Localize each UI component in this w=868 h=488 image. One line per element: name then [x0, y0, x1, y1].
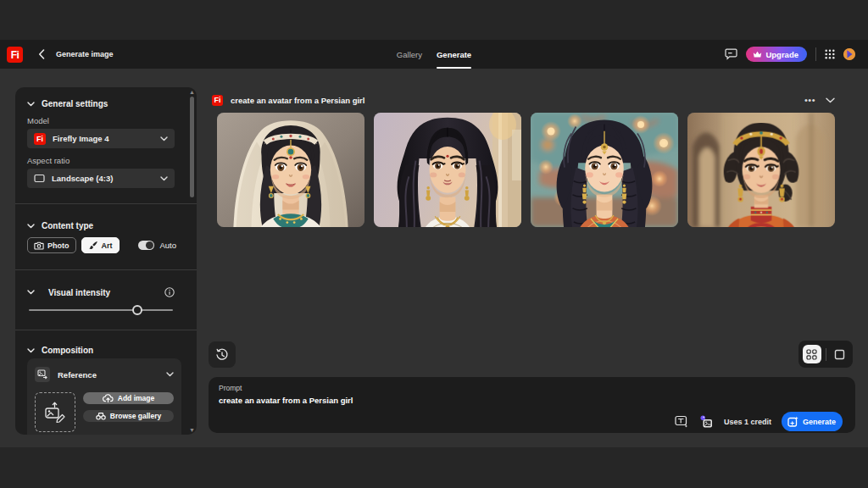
composition-title: Composition — [42, 346, 93, 355]
browse-gallery-label: Browse gallery — [110, 412, 161, 420]
toggle-knob — [146, 241, 153, 249]
general-settings-header[interactable]: General settings — [27, 99, 175, 108]
chevron-down-icon — [160, 136, 168, 141]
model-label: Model — [27, 116, 175, 125]
generated-image-2[interactable] — [374, 113, 521, 227]
firefly-result-icon: Fi — [212, 95, 223, 106]
scroll-up-arrow[interactable]: ▲ — [189, 89, 195, 95]
visual-intensity-title: Visual intensity — [48, 288, 110, 297]
app-header: Fi Generate image Gallery Generate Upgra… — [0, 40, 868, 69]
tab-gallery[interactable]: Gallery — [397, 40, 422, 69]
scrollbar-thumb[interactable] — [190, 97, 194, 197]
reference-image-icon — [35, 367, 50, 382]
general-settings-title: General settings — [42, 99, 108, 108]
composition-header[interactable]: Composition — [27, 346, 181, 355]
settings-sidebar: General settings Model Fi Firefly Image … — [15, 87, 197, 435]
tab-generate[interactable]: Generate — [437, 40, 471, 69]
generate-sparkle-icon — [787, 416, 799, 427]
visual-intensity-slider[interactable] — [29, 304, 173, 316]
art-button[interactable]: Art — [81, 237, 120, 253]
style-reference-button[interactable] — [699, 415, 714, 429]
prompt-settings-button[interactable] — [675, 415, 689, 428]
visual-intensity-header[interactable]: Visual intensity — [27, 287, 175, 297]
history-icon — [215, 348, 229, 362]
sidebar-scroll-content: General settings Model Fi Firefly Image … — [15, 87, 188, 435]
user-avatar[interactable] — [843, 48, 855, 60]
grid-view-button[interactable] — [803, 345, 821, 363]
apps-grid-button[interactable] — [825, 49, 835, 59]
section-content-type: Content type Photo Art Aut — [15, 204, 188, 269]
model-value: Firefly Image 4 — [53, 134, 153, 143]
reference-actions: Add image Browse gallery — [83, 392, 174, 422]
generated-image-3[interactable] — [531, 113, 678, 227]
prompt-bar[interactable]: Prompt create an avatar from a Persian g… — [209, 377, 855, 433]
photo-label: Photo — [47, 241, 70, 250]
generated-images-row — [217, 113, 836, 227]
paintbrush-icon — [88, 241, 98, 250]
generated-image-1[interactable] — [217, 113, 364, 227]
result-header: Fi create an avatar from a Persian girl … — [212, 92, 835, 108]
firefly-app: Fi Generate image Gallery Generate Upgra… — [0, 0, 868, 488]
generate-label: Generate — [803, 418, 836, 426]
portrait-orange-dress-girl — [687, 113, 835, 227]
crown-icon — [753, 51, 762, 58]
auto-toggle[interactable]: Auto — [138, 241, 177, 250]
chevron-down-icon — [27, 224, 35, 229]
camera-icon — [34, 241, 44, 250]
section-composition: Composition Reference — [15, 330, 188, 435]
window-bottom-strip — [0, 447, 868, 488]
feedback-button[interactable] — [725, 48, 737, 60]
header-actions: Upgrade — [725, 40, 855, 69]
grid-view-icon — [806, 349, 817, 360]
text-settings-icon — [675, 415, 689, 428]
reference-body: Add image Browse gallery — [35, 392, 174, 432]
upload-image-icon — [44, 402, 66, 424]
art-label: Art — [102, 241, 113, 250]
history-button[interactable] — [209, 341, 236, 368]
reference-dropdown[interactable]: Reference — [35, 367, 174, 382]
single-view-icon — [834, 349, 845, 360]
speech-bubble-icon — [725, 48, 737, 60]
content-type-header[interactable]: Content type — [27, 221, 175, 230]
image-drop-zone[interactable] — [35, 392, 75, 432]
credits-text: Uses 1 credit — [724, 418, 771, 426]
view-mode-toggle — [798, 341, 853, 368]
more-options-button[interactable]: ••• — [804, 95, 815, 105]
aspect-ratio-label: Aspect ratio — [27, 156, 175, 165]
avatar-image — [843, 48, 855, 60]
sidebar-scrollbar[interactable]: ▲ ▼ — [188, 87, 196, 435]
generated-image-4[interactable] — [687, 113, 835, 227]
style-reference-icon — [699, 415, 714, 429]
chevron-down-icon — [160, 176, 168, 181]
landscape-ratio-icon — [34, 174, 45, 183]
view-toggle-divider — [826, 348, 826, 361]
slider-knob[interactable] — [132, 305, 142, 315]
prompt-actions: Uses 1 credit Generate — [675, 412, 843, 431]
add-image-label: Add image — [118, 394, 154, 402]
info-icon[interactable] — [164, 287, 175, 297]
upgrade-button[interactable]: Upgrade — [746, 47, 807, 62]
chevron-down-icon — [27, 102, 35, 107]
scroll-down-arrow[interactable]: ▼ — [189, 427, 195, 433]
model-dropdown[interactable]: Fi Firefly Image 4 — [27, 129, 175, 148]
slider-track — [29, 309, 173, 311]
firefly-model-icon: Fi — [34, 133, 46, 145]
result-prompt-title: create an avatar from a Persian girl — [231, 96, 364, 105]
section-general-settings: General settings Model Fi Firefly Image … — [15, 87, 188, 203]
prompt-input[interactable]: create an avatar from a Persian girl — [219, 396, 845, 405]
aspect-ratio-dropdown[interactable]: Landscape (4:3) — [27, 169, 175, 188]
add-image-button[interactable]: Add image — [83, 392, 174, 404]
upgrade-label: Upgrade — [765, 50, 798, 59]
browse-gallery-button[interactable]: Browse gallery — [83, 410, 174, 422]
single-view-button[interactable] — [830, 345, 849, 363]
portrait-veil-girl — [217, 113, 364, 227]
chevron-down-icon — [27, 290, 35, 295]
cloud-upload-icon — [103, 394, 114, 402]
binoculars-icon — [96, 412, 106, 420]
collapse-results-icon[interactable] — [826, 97, 835, 103]
content-type-options: Photo Art Auto — [27, 237, 175, 253]
generate-button[interactable]: Generate — [782, 412, 843, 431]
photo-button[interactable]: Photo — [27, 237, 76, 253]
content-type-title: Content type — [42, 221, 93, 230]
auto-label: Auto — [160, 241, 177, 250]
